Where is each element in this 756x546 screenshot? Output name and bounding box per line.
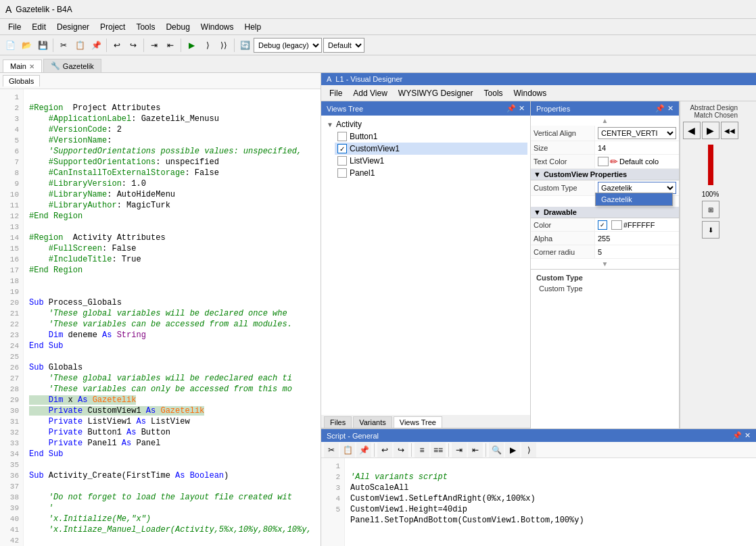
tree-item-button1[interactable]: Button1 bbox=[335, 130, 527, 143]
text-color-edit-icon[interactable]: ✏ bbox=[610, 156, 618, 167]
views-tree-title: Views Tree bbox=[327, 105, 363, 113]
toolbar-new[interactable]: 📄 bbox=[3, 38, 18, 53]
tree-item-activity[interactable]: ▼ Activity bbox=[324, 118, 527, 130]
dropdown-option-gazetelik[interactable]: Gazetelik bbox=[596, 193, 672, 205]
checkbox-listview1[interactable] bbox=[337, 156, 347, 166]
toolbar-step1[interactable]: ⟩ bbox=[200, 38, 215, 53]
color-checkbox[interactable]: ✓ bbox=[598, 220, 607, 230]
menu-file[interactable]: File bbox=[3, 21, 26, 33]
tab-views-tree[interactable]: Views Tree bbox=[394, 416, 442, 428]
script-content[interactable]: 1 2 3 4 5 'All variants script AutoScale… bbox=[321, 458, 756, 546]
toolbar-step2[interactable]: ⟩⟩ bbox=[216, 38, 231, 53]
tree-item-panel1[interactable]: Panel1 bbox=[335, 167, 527, 179]
views-tree-panel: Views Tree 📌 ✕ ▼ Activity bbox=[321, 101, 531, 428]
script-btn-cut[interactable]: ✂ bbox=[324, 443, 339, 457]
tree-item-listview1[interactable]: ListView1 bbox=[335, 155, 527, 167]
toolbar-indent[interactable]: ⇥ bbox=[147, 38, 162, 53]
zoom-fit-btn[interactable]: ⊞ bbox=[702, 201, 719, 218]
script-icon-close[interactable]: ✕ bbox=[745, 431, 751, 440]
tab-gazetelik[interactable]: 🔧 Gazetelik bbox=[43, 59, 101, 72]
script-btn-copy[interactable]: 📋 bbox=[340, 443, 355, 457]
globals-tab[interactable]: Globals bbox=[3, 75, 40, 86]
visual-menu-file[interactable]: File bbox=[324, 87, 348, 99]
vertical-align-select[interactable]: CENTER_VERTI bbox=[598, 127, 676, 139]
views-tree-icon-pin[interactable]: 📌 bbox=[506, 104, 516, 113]
menu-project[interactable]: Project bbox=[95, 21, 131, 33]
checkbox-customview1[interactable]: ✓ bbox=[337, 144, 347, 153]
toolbar-refresh[interactable]: 🔄 bbox=[237, 38, 252, 53]
script-btn-search[interactable]: 🔍 bbox=[489, 443, 504, 457]
script-btn-undo[interactable]: ↩ bbox=[377, 443, 392, 457]
menu-edit[interactable]: Edit bbox=[26, 21, 51, 33]
properties-icon-close[interactable]: ✕ bbox=[667, 104, 674, 113]
prop-value-vertical-align[interactable]: CENTER_VERTI bbox=[595, 126, 679, 141]
window-title-bar: A Gazetelik - B4A bbox=[0, 0, 756, 19]
script-icon-pin[interactable]: 📌 bbox=[732, 431, 742, 440]
menu-designer[interactable]: Designer bbox=[51, 21, 95, 33]
toolbar-undo[interactable]: ↩ bbox=[110, 38, 124, 53]
prop-value-text-color[interactable]: ✏ Default colo bbox=[595, 155, 679, 168]
views-tree-icon-close[interactable]: ✕ bbox=[519, 104, 525, 113]
prop-section-drawable[interactable]: ▼ Drawable bbox=[531, 207, 679, 218]
script-btn-format[interactable]: ≡ bbox=[415, 443, 429, 457]
toolbar-paste[interactable]: 📌 bbox=[89, 38, 103, 53]
script-btn-run[interactable]: ▶ bbox=[505, 443, 520, 457]
color-hex: #FFFFFF bbox=[623, 221, 655, 229]
properties-header-icons: 📌 ✕ bbox=[655, 104, 674, 113]
toolbar-redo[interactable]: ↪ bbox=[126, 38, 141, 53]
script-btn-step[interactable]: ⟩ bbox=[521, 443, 536, 457]
tree-item-customview1[interactable]: ✓ CustomView1 bbox=[335, 143, 527, 155]
visual-menu-wysiwyg[interactable]: WYSIWYG Designer bbox=[393, 87, 479, 99]
debug-mode-select[interactable]: Debug (legacy) bbox=[254, 38, 322, 53]
script-sep-3 bbox=[448, 443, 449, 457]
toolbar-run[interactable]: ▶ bbox=[184, 38, 199, 53]
script-toolbar: ✂ 📋 📌 ↩ ↪ ≡ ≡≡ ⇥ ⇤ 🔍 ▶ ⟩ bbox=[321, 442, 756, 458]
toolbar-open[interactable]: 📂 bbox=[19, 38, 34, 53]
toolbar-copy[interactable]: 📋 bbox=[72, 38, 87, 53]
tab-files[interactable]: Files bbox=[324, 416, 352, 428]
expand-icon-activity: ▼ bbox=[327, 121, 333, 128]
script-btn-paste[interactable]: 📌 bbox=[356, 443, 371, 457]
code-content[interactable]: 1 2 3 4 5 6 7 8 9 10 11 12 13 14 15 16 1 bbox=[0, 89, 321, 546]
nav-arrows: ◀ ▶ ◀◀ bbox=[680, 119, 741, 142]
prop-section-customview[interactable]: ▼ CustomView Properties bbox=[531, 169, 679, 180]
checkbox-panel1[interactable] bbox=[337, 168, 347, 178]
tab-main-close[interactable]: ✕ bbox=[29, 63, 34, 70]
toolbar-outdent[interactable]: ⇤ bbox=[163, 38, 178, 53]
toolbar-save[interactable]: 💾 bbox=[35, 38, 50, 53]
tree-label-button1: Button1 bbox=[350, 132, 377, 141]
code-panel: Globals 1 2 3 4 5 6 7 8 9 10 11 12 13 bbox=[0, 73, 321, 546]
visual-menu-add-view[interactable]: Add View bbox=[348, 87, 392, 99]
nav-left[interactable]: ◀ bbox=[683, 122, 701, 139]
script-btn-redo[interactable]: ↪ bbox=[394, 443, 408, 457]
menu-debug[interactable]: Debug bbox=[160, 21, 195, 33]
checkbox-button1[interactable] bbox=[337, 132, 347, 141]
menu-tools[interactable]: Tools bbox=[131, 21, 160, 33]
menu-help[interactable]: Help bbox=[239, 21, 267, 33]
toolbar-sep-4 bbox=[181, 39, 181, 52]
text-color-box[interactable] bbox=[598, 157, 609, 166]
tree-content[interactable]: ▼ Activity Button1 ✓ CustomView1 bbox=[321, 116, 530, 415]
script-btn-indent[interactable]: ⇥ bbox=[452, 443, 467, 457]
visual-menu-windows[interactable]: Windows bbox=[509, 87, 552, 99]
tab-variants[interactable]: Variants bbox=[353, 416, 392, 428]
script-btn-format2[interactable]: ≡≡ bbox=[431, 443, 446, 457]
prop-value-size: 14 bbox=[595, 141, 679, 154]
visual-menu-tools[interactable]: Tools bbox=[479, 87, 509, 99]
config-select[interactable]: Default bbox=[323, 38, 364, 53]
code-lines: 1 2 3 4 5 6 7 8 9 10 11 12 13 14 15 16 1 bbox=[0, 89, 321, 546]
prop-label-size: Size bbox=[531, 141, 595, 154]
nav-back[interactable]: ◀◀ bbox=[721, 122, 738, 139]
custom-type-dropdown[interactable]: Gazetelik bbox=[595, 193, 673, 206]
prop-value-color[interactable]: ✓ #FFFFFF bbox=[595, 218, 679, 231]
menu-windows[interactable]: Windows bbox=[195, 21, 239, 33]
properties-icon-pin[interactable]: 📌 bbox=[655, 104, 665, 113]
tab-main[interactable]: Main ✕ bbox=[3, 59, 42, 72]
toolbar-cut[interactable]: ✂ bbox=[56, 38, 71, 53]
custom-type-header: Custom Type bbox=[534, 272, 676, 283]
tree-label-activity: Activity bbox=[336, 120, 362, 129]
nav-right[interactable]: ▶ bbox=[702, 122, 719, 139]
color-box[interactable] bbox=[611, 220, 622, 230]
zoom-download-btn[interactable]: ⬇ bbox=[702, 221, 719, 239]
script-btn-outdent[interactable]: ⇤ bbox=[468, 443, 483, 457]
